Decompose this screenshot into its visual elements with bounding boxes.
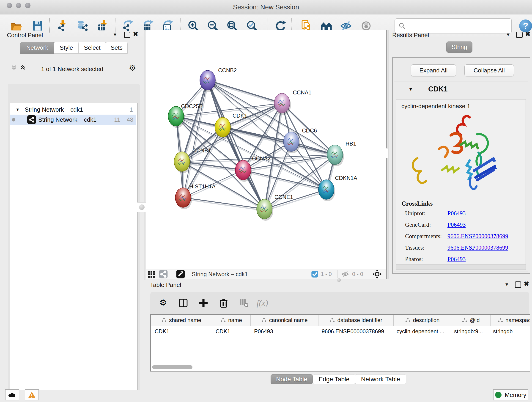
network-node-ccnb1[interactable] [174, 152, 190, 172]
network-node-cdkn1a[interactable] [318, 180, 334, 199]
tab-network-table[interactable]: Network Table [355, 374, 406, 384]
network-options-gear-icon[interactable]: ⚙ [129, 63, 136, 73]
node-label-rb1: RB1 [346, 140, 356, 147]
node-label-cdk1: CDK1 [233, 113, 247, 119]
column-header-database-identifier[interactable]: database identifier [318, 315, 394, 326]
left-splitter[interactable] [144, 30, 146, 280]
column-header-label: @id [470, 317, 480, 323]
network-collection-row[interactable]: ▼ String Network – cdk1 1 [10, 104, 136, 115]
crosslink-link[interactable]: P06493 [447, 221, 466, 228]
column-header-id[interactable]: @id [451, 315, 491, 326]
network-view-title: String Network – cdk1 [192, 271, 248, 278]
network-node-ccna1[interactable] [274, 93, 290, 113]
table-row[interactable]: CDK1CDK1P064939606.ENSP00000378699cyclin… [151, 326, 530, 337]
tab-style[interactable]: Style [54, 42, 79, 54]
gene-expander-icon[interactable]: ▼ [409, 87, 413, 92]
table-cell[interactable]: stringdb [489, 326, 530, 337]
cloud-status-button[interactable] [5, 389, 19, 400]
delete-table-icon[interactable] [236, 296, 251, 310]
crosslink-link[interactable]: P06493 [447, 256, 466, 263]
network-edge-count: 48 [127, 116, 133, 123]
network-selection-status: 1 of 1 Network selected [3, 65, 141, 73]
network-current-dot-icon [12, 118, 15, 121]
network-edge[interactable] [208, 80, 335, 155]
table-cell[interactable]: CDK1 [151, 326, 212, 337]
node-label-hist1h1a: HIST1H1A [189, 183, 215, 190]
tab-network[interactable]: Network [20, 42, 54, 54]
crosslink-label: Tissues: [405, 244, 424, 251]
table-cell[interactable]: CDK1 [212, 326, 250, 337]
network-node-cdc6[interactable] [283, 132, 299, 152]
toolbar-separator [369, 270, 369, 278]
table-cell[interactable]: cyclin-dependent ... [393, 326, 450, 337]
results-panel-float-icon[interactable] [516, 32, 523, 38]
column-header-shared-name[interactable]: shared name [151, 315, 212, 326]
node-label-cdkn1a: CDKN1A [335, 175, 357, 181]
table-cell[interactable]: P06493 [250, 326, 318, 337]
gene-entry-panel: cyclin-dependent kinase 1 [396, 99, 526, 264]
network-row[interactable]: String Network – cdk1 11 48 [10, 115, 136, 125]
selected-checkbox-icon[interactable] [311, 270, 318, 278]
network-node-cdk1[interactable] [215, 117, 230, 137]
column-settings-icon[interactable]: ⚙ [156, 296, 171, 310]
node-table: shared namenamecanonical namedatabase id… [150, 314, 530, 371]
crosslink-row: Tissues:9606.ENSP00000378699 [405, 244, 520, 256]
network-edge[interactable] [208, 80, 264, 209]
table-scrollbar-thumb[interactable] [152, 365, 192, 369]
table-horizontal-scrollbar[interactable] [151, 365, 528, 370]
crosslink-link[interactable]: 9606.ENSP00000378699 [447, 233, 508, 240]
tab-select[interactable]: Select [78, 42, 106, 54]
collection-expander-icon[interactable]: ▼ [16, 107, 20, 112]
crosslink-link[interactable]: P06493 [447, 210, 466, 217]
table-cell[interactable]: stringdb:9... [450, 326, 489, 337]
collapse-all-button[interactable]: Collapse All [464, 64, 514, 76]
network-node-ccne1[interactable] [257, 199, 272, 219]
expand-all-button[interactable]: Expand All [411, 64, 456, 76]
left-splitter-handle[interactable] [137, 202, 147, 212]
crosslinks-title: CrossLinks [401, 200, 433, 207]
tab-string[interactable]: String [446, 41, 472, 53]
control-panel-float-icon[interactable] [124, 32, 130, 38]
column-header-canonical-name[interactable]: canonical name [251, 315, 318, 326]
network-canvas[interactable]: CCNB2CCNA1CDC25BCDK1CDC6RB1CCNB1CCNA2CDK… [146, 30, 386, 269]
network-node-ccnb2[interactable] [200, 70, 215, 90]
column-header-description[interactable]: description [394, 315, 451, 326]
column-header-namespace[interactable]: namespace [491, 315, 530, 326]
tab-edge-table[interactable]: Edge Table [313, 374, 355, 384]
table-panel-float-icon[interactable] [515, 281, 521, 288]
node-label-ccna2: CCNA2 [252, 155, 271, 162]
fit-content-crosshair-icon[interactable] [372, 269, 382, 279]
network-list: ▼ String Network – cdk1 1 String Network… [10, 103, 138, 402]
memory-button[interactable]: Memory [493, 389, 528, 400]
tab-sets[interactable]: Sets [106, 42, 128, 54]
column-header-name[interactable]: name [212, 315, 251, 326]
results-button-row: Expand All Collapse All [394, 59, 528, 81]
table-panel-close-icon[interactable]: ✖ [524, 281, 529, 287]
network-node-rb1[interactable] [327, 145, 343, 165]
results-scroll-strip[interactable] [396, 264, 526, 270]
warning-status-button[interactable] [25, 389, 39, 400]
table-header-row: shared namenamecanonical namedatabase id… [151, 315, 530, 326]
network-edge[interactable] [264, 190, 326, 209]
table-cell[interactable]: 9606.ENSP00000378699 [318, 326, 393, 337]
results-panel-collapse-icon[interactable]: ▼ [506, 32, 510, 37]
control-panel-collapse-icon[interactable]: ▼ [113, 32, 117, 37]
delete-row-icon[interactable] [216, 296, 231, 310]
add-row-icon[interactable] [196, 296, 211, 310]
edge-shadow [209, 82, 283, 105]
formula-icon[interactable]: f(x) [257, 296, 268, 310]
node-label-cdc25b: CDC25B [181, 103, 203, 109]
network-node-ccna2[interactable] [235, 160, 251, 180]
network-node-hist1h1a[interactable] [175, 188, 191, 207]
results-panel-close-icon[interactable]: ✖ [525, 32, 530, 37]
tab-node-table[interactable]: Node Table [271, 374, 313, 384]
table-panel-collapse-icon[interactable]: ▼ [505, 282, 509, 287]
control-panel-close-icon[interactable]: ✖ [133, 32, 138, 37]
column-layout-icon[interactable] [176, 296, 191, 310]
table-toolbar: ⚙ f(x) [150, 292, 529, 314]
column-header-label: namespace [505, 317, 530, 323]
search-icon [398, 22, 406, 30]
edge-shadow [184, 199, 265, 211]
crosslink-link[interactable]: 9606.ENSP00000378699 [447, 244, 508, 251]
column-header-label: database identifier [337, 317, 382, 323]
